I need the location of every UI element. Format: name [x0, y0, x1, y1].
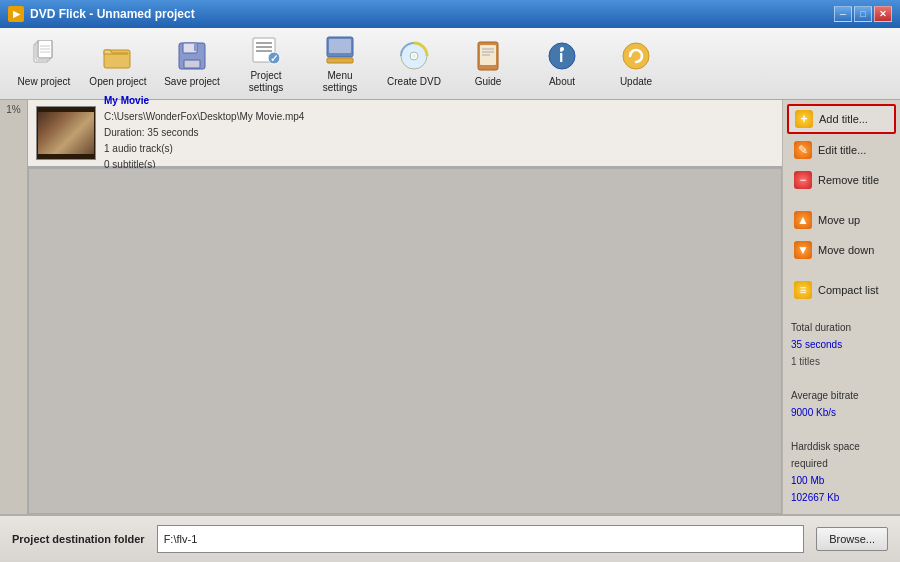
- harddisk-value2: 102667 Kb: [791, 489, 892, 506]
- compact-list-button[interactable]: ≡ Compact list: [787, 276, 896, 304]
- about-label: About: [549, 76, 575, 88]
- title-path: C:\Users\WonderFox\Desktop\My Movie.mp4: [104, 109, 304, 125]
- save-project-label: Save project: [164, 76, 220, 88]
- destination-path-text: F:\flv-1: [164, 533, 198, 545]
- titles-count: 1 titles: [791, 353, 892, 370]
- average-bitrate-label: Average bitrate: [791, 387, 892, 404]
- svg-point-31: [623, 43, 649, 69]
- main-area: 1% My Movie C:\Users\WonderFox\Desktop\M…: [0, 100, 900, 514]
- svg-text:✓: ✓: [270, 53, 278, 64]
- move-up-label: Move up: [818, 214, 860, 226]
- open-project-icon: [102, 40, 134, 72]
- compact-list-label: Compact list: [818, 284, 879, 296]
- remove-title-icon: −: [794, 171, 812, 189]
- update-label: Update: [620, 76, 652, 88]
- update-icon: [620, 40, 652, 72]
- move-up-icon: ▲: [794, 211, 812, 229]
- menu-settings-icon: [324, 34, 356, 66]
- move-down-button[interactable]: ▼ Move down: [787, 236, 896, 264]
- content-area: My Movie C:\Users\WonderFox\Desktop\My M…: [28, 100, 782, 514]
- toolbar-new-project[interactable]: New project: [8, 32, 80, 96]
- guide-label: Guide: [475, 76, 502, 88]
- toolbar-save-project[interactable]: Save project: [156, 32, 228, 96]
- separator-2: [787, 266, 896, 274]
- harddisk-value1: 100 Mb: [791, 472, 892, 489]
- svg-rect-9: [184, 60, 200, 68]
- move-down-label: Move down: [818, 244, 874, 256]
- minimize-button[interactable]: ─: [834, 6, 852, 22]
- title-name: My Movie: [104, 93, 304, 109]
- remove-title-button[interactable]: − Remove title: [787, 166, 896, 194]
- left-panel: 1%: [0, 100, 28, 514]
- stats-section: Total duration 35 seconds 1 titles Avera…: [787, 315, 896, 510]
- toolbar: New project Open project Save project: [0, 28, 900, 100]
- guide-icon: [472, 40, 504, 72]
- title-bar: ▶ DVD Flick - Unnamed project ─ □ ✕: [0, 0, 900, 28]
- right-panel: + Add title... ✎ Edit title... − Remove …: [782, 100, 900, 514]
- svg-point-22: [412, 54, 416, 58]
- window-controls[interactable]: ─ □ ✕: [834, 6, 892, 22]
- add-title-button[interactable]: + Add title...: [787, 104, 896, 134]
- title-thumbnail: [36, 106, 96, 160]
- create-dvd-label: Create DVD: [387, 76, 441, 88]
- total-duration-value: 35 seconds: [791, 336, 892, 353]
- svg-rect-10: [194, 44, 196, 51]
- title-duration: Duration: 35 seconds: [104, 125, 304, 141]
- about-icon: i: [546, 40, 578, 72]
- menu-settings-label: Menu settings: [309, 70, 371, 94]
- app-icon: ▶: [8, 6, 24, 22]
- edit-title-button[interactable]: ✎ Edit title...: [787, 136, 896, 164]
- thumbnail-image: [38, 112, 94, 154]
- destination-path: F:\flv-1: [157, 525, 805, 553]
- toolbar-open-project[interactable]: Open project: [82, 32, 154, 96]
- toolbar-update[interactable]: Update: [600, 32, 672, 96]
- close-button[interactable]: ✕: [874, 6, 892, 22]
- harddisk-label: Harddisk space required: [791, 438, 892, 472]
- save-project-icon: [176, 40, 208, 72]
- project-settings-icon: ✓: [250, 34, 282, 66]
- percent-indicator: 1%: [6, 104, 20, 115]
- main-content-area: [28, 168, 782, 514]
- title-info: My Movie C:\Users\WonderFox\Desktop\My M…: [104, 93, 304, 173]
- move-down-icon: ▼: [794, 241, 812, 259]
- open-project-label: Open project: [89, 76, 146, 88]
- toolbar-menu-settings[interactable]: Menu settings: [304, 32, 376, 96]
- toolbar-create-dvd[interactable]: Create DVD: [378, 32, 450, 96]
- svg-rect-18: [329, 39, 351, 53]
- average-bitrate-value: 9000 Kb/s: [791, 404, 892, 421]
- toolbar-about[interactable]: i About: [526, 32, 598, 96]
- svg-rect-19: [327, 58, 353, 63]
- window-title: DVD Flick - Unnamed project: [30, 7, 195, 21]
- svg-point-30: [560, 47, 564, 51]
- separator-1: [787, 196, 896, 204]
- title-list: My Movie C:\Users\WonderFox\Desktop\My M…: [28, 100, 782, 168]
- toolbar-project-settings[interactable]: ✓ Project settings: [230, 32, 302, 96]
- title-audio: 1 audio track(s): [104, 141, 304, 157]
- maximize-button[interactable]: □: [854, 6, 872, 22]
- move-up-button[interactable]: ▲ Move up: [787, 206, 896, 234]
- browse-button[interactable]: Browse...: [816, 527, 888, 551]
- add-title-label: Add title...: [819, 113, 868, 125]
- total-duration-label: Total duration: [791, 319, 892, 336]
- title-bar-left: ▶ DVD Flick - Unnamed project: [8, 6, 195, 22]
- project-settings-label: Project settings: [235, 70, 297, 94]
- compact-list-icon: ≡: [794, 281, 812, 299]
- destination-label: Project destination folder: [12, 533, 145, 545]
- add-title-icon: +: [795, 110, 813, 128]
- bottom-bar: Project destination folder F:\flv-1 Brow…: [0, 514, 900, 562]
- new-project-icon: [28, 40, 60, 72]
- new-project-label: New project: [18, 76, 71, 88]
- remove-title-label: Remove title: [818, 174, 879, 186]
- edit-title-icon: ✎: [794, 141, 812, 159]
- edit-title-label: Edit title...: [818, 144, 866, 156]
- toolbar-guide[interactable]: Guide: [452, 32, 524, 96]
- create-dvd-icon: [398, 40, 430, 72]
